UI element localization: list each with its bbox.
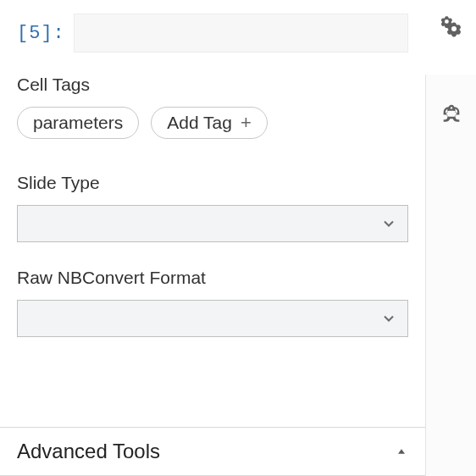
tag-text: parameters [33, 113, 123, 133]
right-sidebar [425, 75, 476, 476]
nbconvert-label: Raw NBConvert Format [17, 268, 408, 288]
tag-parameters[interactable]: parameters [17, 107, 139, 139]
slide-type-label: Slide Type [17, 173, 408, 193]
add-tag-label: Add Tag [167, 113, 232, 133]
cell-tags-label: Cell Tags [17, 75, 408, 95]
nbconvert-group: Raw NBConvert Format [17, 268, 408, 337]
bug-icon[interactable] [440, 100, 463, 124]
plus-icon: + [241, 113, 252, 132]
advanced-tools-label: Advanced Tools [17, 440, 160, 463]
chevron-down-icon [380, 310, 397, 327]
settings-gears-icon[interactable] [437, 12, 462, 41]
nbconvert-select[interactable] [17, 300, 408, 337]
cell-row: [5]: [17, 14, 408, 53]
caret-up-icon [395, 445, 408, 458]
slide-type-group: Slide Type [17, 173, 408, 242]
chevron-down-icon [380, 215, 397, 232]
advanced-tools-accordion[interactable]: Advanced Tools [0, 427, 425, 476]
tags-row: parameters Add Tag + [17, 107, 408, 139]
code-input[interactable] [74, 14, 408, 53]
inspector-panel: [5]: Cell Tags parameters Add Tag + Slid… [0, 0, 425, 337]
execution-prompt: [5]: [17, 23, 65, 44]
add-tag-button[interactable]: Add Tag + [151, 107, 268, 139]
slide-type-select[interactable] [17, 205, 408, 242]
